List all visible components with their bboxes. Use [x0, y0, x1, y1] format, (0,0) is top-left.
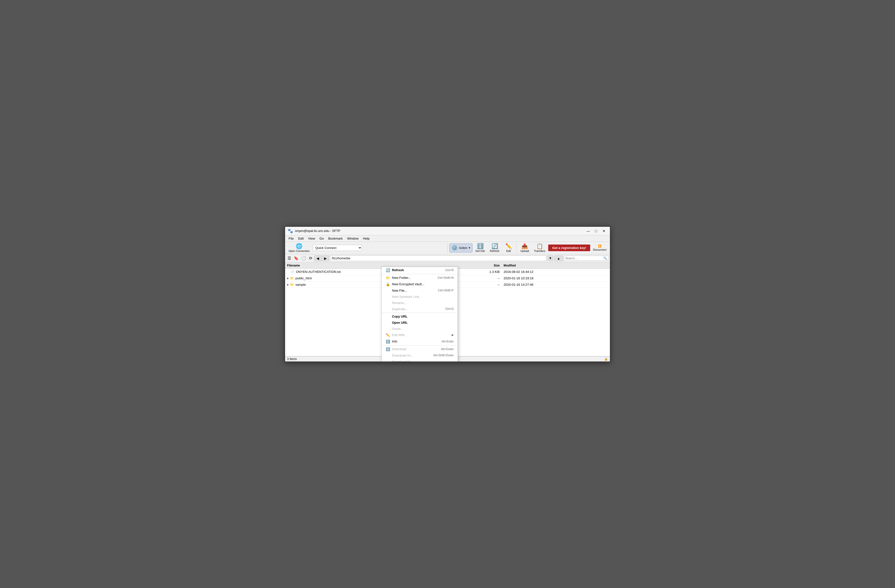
list-view-icon[interactable]: ☰	[287, 255, 292, 261]
menu-edit[interactable]: Edit	[296, 236, 306, 241]
action-label: Action	[459, 246, 467, 250]
ctx-item-left-refresh: 🔄Refresh	[385, 268, 404, 272]
refresh-icon: 🔄	[491, 244, 498, 249]
context-menu-separator	[382, 345, 458, 346]
refresh-label: Refresh	[490, 250, 499, 252]
items-count: 3 Items	[287, 357, 297, 361]
ctx-item-label-refresh: Refresh	[392, 268, 404, 272]
expand-arrow[interactable]: ▶	[287, 283, 289, 286]
ctx-item-left-rename: Rename...	[385, 301, 407, 305]
ctx-icon-download: ⬇️	[385, 347, 390, 351]
toolbar-divider-2	[516, 243, 517, 253]
menu-bookmark[interactable]: Bookmark	[326, 236, 345, 241]
ctx-item-right-info: Alt+Enter	[435, 340, 454, 343]
menu-window[interactable]: Window	[345, 236, 360, 241]
quick-connect-dropdown[interactable]: Quick Connect	[313, 245, 362, 251]
context-menu-item-download_to: Download To...	[382, 359, 458, 362]
file-name: sample	[296, 283, 306, 286]
window-controls: — □ ✕	[585, 228, 607, 234]
ctx-item-label-open_url: Open URL	[392, 321, 408, 324]
context-menu-item-edit_with: ✏️Edit With▶	[382, 332, 458, 338]
close-button[interactable]: ✕	[601, 228, 607, 234]
ctx-item-label-download: Download	[392, 347, 406, 351]
toolbar: 🌐 Open Connection Quick Connect ⚙️ Actio…	[285, 242, 610, 255]
ctx-item-label-new_file: New File...	[392, 289, 407, 292]
ctx-item-label-edit_with: Edit With	[392, 333, 405, 337]
ctx-item-left-share: Share...	[385, 327, 404, 330]
ctx-shortcut-refresh: Ctrl+R	[445, 268, 454, 272]
ctx-icon-refresh: 🔄	[385, 268, 390, 272]
ctx-item-label-share: Share...	[392, 327, 404, 330]
menu-view[interactable]: View	[306, 236, 317, 241]
back-button[interactable]: ◀	[314, 255, 322, 261]
context-menu-item-refresh[interactable]: 🔄RefreshCtrl+R	[382, 267, 458, 273]
ctx-item-left-new_file: New File...	[385, 289, 407, 292]
ctx-item-left-new_symlink: New Symbolic Link...	[385, 295, 422, 299]
ctx-shortcut-duplicate: Ctrl+D	[445, 307, 454, 311]
registration-key-button[interactable]: Get a registration key!	[548, 244, 590, 251]
ctx-item-left-download: ⬇️Download	[385, 347, 406, 351]
forward-button[interactable]: ▶	[322, 255, 329, 261]
edit-button[interactable]: ✏️ Edit	[502, 243, 515, 253]
ctx-item-left-duplicate: Duplicate...	[385, 307, 408, 311]
path-dropdown-button[interactable]: ▼	[548, 255, 553, 261]
title-bar: 🐾 onyen@opal.ils.unc.edu - SFTP — □ ✕	[285, 227, 610, 235]
refresh-button[interactable]: 🔄 Refresh	[488, 243, 502, 253]
context-menu-item-open_url[interactable]: Open URL	[382, 320, 458, 326]
expand-arrow[interactable]: ▶	[287, 277, 289, 280]
get-info-button[interactable]: ℹ️ Get Info	[473, 243, 487, 253]
ctx-item-label-rename: Rename...	[392, 301, 407, 305]
search-input[interactable]	[565, 257, 602, 260]
menu-file[interactable]: File	[287, 236, 296, 241]
ctx-icon-new_vault: 🔒	[385, 282, 390, 286]
context-menu-item-new_file[interactable]: New File...Ctrl+Shift+F	[382, 288, 458, 294]
search-icon: 🔍	[603, 256, 607, 260]
col-header-modified: Modified	[502, 263, 610, 268]
action-button[interactable]: ⚙️ Action ▼	[449, 244, 472, 252]
file-icon: 📁	[290, 283, 294, 286]
context-menu-item-new_symlink: New Symbolic Link...	[382, 294, 458, 300]
ctx-item-label-new_folder: New Folder...	[392, 276, 411, 280]
context-menu-item-info[interactable]: ℹ️InfoAlt+Enter	[382, 338, 458, 345]
maximize-button[interactable]: □	[593, 228, 599, 234]
menu-help[interactable]: Help	[361, 236, 372, 241]
ctx-item-left-open_url: Open URL	[385, 321, 408, 324]
disconnect-button[interactable]: ⏏️ Disconnect	[591, 244, 608, 252]
history-icon[interactable]: 🕐	[300, 255, 307, 261]
transfers-button[interactable]: 📋 Transfers	[532, 243, 547, 253]
ctx-shortcut-download: Alt+Down	[441, 347, 454, 351]
menu-go[interactable]: Go	[317, 236, 326, 241]
disconnect-icon: ⏏️	[598, 244, 602, 248]
address-bar: ☰ 🔖 🕐 ⟳ ◀ ▶ ▼ ▲ 🔍	[285, 255, 610, 262]
ctx-submenu-arrow-edit_with: ▶	[452, 333, 454, 336]
bookmark-icon[interactable]: 🔖	[293, 255, 300, 261]
disconnect-label: Disconnect	[593, 248, 607, 251]
file-modified-cell: 2016-08-02 16:44:12	[502, 270, 610, 274]
up-button[interactable]: ▲	[554, 255, 563, 261]
main-window: 🐾 onyen@opal.ils.unc.edu - SFTP — □ ✕ Fi…	[285, 226, 610, 362]
context-menu-item-duplicate: Duplicate...Ctrl+D	[382, 306, 458, 312]
file-icon: 📁	[290, 276, 294, 280]
upload-button[interactable]: 📤 Upload	[518, 243, 531, 253]
get-info-icon: ℹ️	[477, 244, 484, 249]
context-menu-item-new_folder[interactable]: 📁New Folder...Ctrl+Shift+N	[382, 274, 458, 281]
context-menu: 🔄RefreshCtrl+R📁New Folder...Ctrl+Shift+N…	[381, 267, 458, 362]
refresh-small-icon[interactable]: ⟳	[308, 255, 313, 261]
ctx-item-label-download_to: Download To...	[392, 360, 413, 362]
menu-bar: File Edit View Go Bookmark Window Help	[285, 235, 610, 242]
context-menu-item-copy_url[interactable]: Copy URL	[382, 314, 458, 320]
upload-icon: 📤	[521, 244, 528, 249]
file-name: ONYEN-AUTHENTICATION.txt	[296, 270, 341, 274]
toolbar-divider-1	[448, 243, 448, 253]
window-title: onyen@opal.ils.unc.edu - SFTP	[295, 229, 340, 233]
path-input[interactable]	[330, 255, 546, 261]
ctx-item-right-new_folder: Ctrl+Shift+N	[432, 276, 454, 280]
context-menu-item-download_as: Download As...Alt+Shift+Down	[382, 352, 458, 359]
status-icon: 🔒	[604, 357, 608, 361]
ctx-icon-edit_with: ✏️	[385, 333, 390, 337]
ctx-item-left-download_to: Download To...	[385, 360, 413, 362]
ctx-icon-info: ℹ️	[385, 339, 390, 344]
open-connection-button[interactable]: 🌐 Open Connection	[287, 243, 312, 253]
context-menu-item-new_vault[interactable]: 🔒New Encrypted Vault...	[382, 281, 458, 288]
minimize-button[interactable]: —	[585, 228, 592, 234]
